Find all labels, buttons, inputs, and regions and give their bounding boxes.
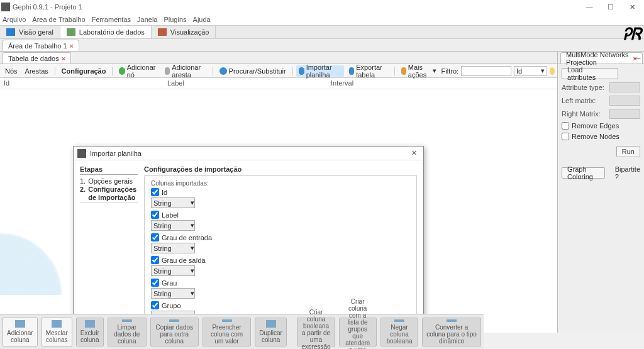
close-icon[interactable]: × <box>70 42 74 50</box>
column-checkbox-grupo[interactable] <box>151 301 159 309</box>
steps-heading: Etapas <box>80 165 138 175</box>
minimize-button[interactable]: — <box>579 0 600 14</box>
merge-columns-button[interactable]: Mesclar colunas <box>42 318 72 346</box>
delete-column-button[interactable]: Excluir coluna <box>76 318 104 346</box>
fill-column-button[interactable]: Preencher coluna com um valor <box>203 318 252 346</box>
edges-tab[interactable]: Arestas <box>23 65 51 77</box>
remove-nodes-checkbox[interactable] <box>562 133 569 140</box>
convert-dynamic-column-button[interactable]: Converter a coluna para o tipo dinâmico <box>422 318 481 346</box>
datalab-icon <box>67 28 75 36</box>
view-visualizacao[interactable]: Visualização <box>152 26 216 38</box>
export-table-button[interactable]: Exportar tabela <box>347 65 391 77</box>
clear-icon <box>122 319 132 322</box>
graph-coloring-button[interactable]: Graph Coloring <box>562 167 605 179</box>
configuracao-button[interactable]: Configuração <box>59 65 109 77</box>
search-icon <box>219 67 227 75</box>
load-attributes-button[interactable]: Load attributes <box>562 68 618 79</box>
right-pane-tabstrip: MultiMode Networks Projection × — <box>558 52 644 64</box>
add-node-button[interactable]: Adicionar nó <box>116 65 160 77</box>
column-label: Label <box>162 211 179 219</box>
nodes-tab[interactable]: Nós <box>3 65 20 77</box>
bipartite-label: Bipartite ? <box>615 165 640 180</box>
add-edge-button[interactable]: Adicionar aresta <box>162 65 209 77</box>
overview-icon <box>6 28 15 36</box>
clear-column-button[interactable]: Limpar dados de coluna <box>108 318 147 346</box>
export-icon <box>349 67 354 75</box>
view-visao-geral[interactable]: Visão geral <box>0 26 60 38</box>
dialog-close-button[interactable]: ✕ <box>408 149 419 157</box>
merge-icon <box>52 320 62 328</box>
remove-edges-label: Remove Edges <box>572 122 619 130</box>
delete-icon <box>85 320 95 328</box>
import-icon <box>299 67 304 75</box>
column-label: Grupo <box>162 302 181 309</box>
attribute-type-select[interactable] <box>609 82 640 92</box>
group-list-regex-column-button[interactable]: Criar coluna com a lista de grupos que a… <box>339 318 377 346</box>
workspace-tab[interactable]: Área de Trabalho 1 × <box>3 40 79 51</box>
column-label: Grau de saída <box>162 257 206 264</box>
import-columns-panel: Colunas importadas: Id String▾ Label Str… <box>144 175 417 320</box>
column-checkbox-id[interactable] <box>151 188 159 196</box>
column-row: Id String▾ <box>151 188 410 208</box>
view-laboratorio-dados[interactable]: Laboratório de dados <box>60 26 152 38</box>
window-titlebar: Gephi 0.9.1 - Projeto 1 — ☐ ✕ <box>0 0 644 14</box>
remove-edges-checkbox[interactable] <box>562 122 569 130</box>
more-actions-button[interactable]: Mais ações ▾ <box>399 65 439 77</box>
menu-ferramentas[interactable]: Ferramentas <box>92 16 131 23</box>
column-type-select[interactable]: String▾ <box>151 288 195 299</box>
column-type-select[interactable]: String▾ <box>151 265 195 276</box>
app-icon <box>77 149 86 158</box>
column-checkbox-label[interactable] <box>151 211 159 219</box>
maximize-button[interactable]: ☐ <box>600 0 621 14</box>
menu-arquivo[interactable]: Arquivo <box>3 16 26 23</box>
bulb-icon[interactable] <box>550 67 555 75</box>
run-button[interactable]: Run <box>616 146 640 157</box>
more-icon <box>401 67 406 75</box>
add-column-icon <box>15 320 25 328</box>
column-checkbox-grau-saida[interactable] <box>151 256 159 264</box>
column-label[interactable]: Label <box>164 78 327 89</box>
left-matrix-select[interactable] <box>609 96 640 106</box>
convert-icon <box>447 319 457 322</box>
view-label: Visão geral <box>19 28 53 36</box>
column-type-select[interactable]: String▾ <box>151 243 195 253</box>
bottom-action-bar: Adicionar coluna Mesclar colunas Excluir… <box>0 314 484 349</box>
column-checkbox-grau[interactable] <box>151 279 159 287</box>
column-id[interactable]: Id <box>0 78 164 89</box>
duplicate-column-button[interactable]: Duplicar coluna <box>255 318 287 346</box>
menu-area-trabalho[interactable]: Área de Trabalho <box>32 16 85 23</box>
copy-column-button[interactable]: Copiar dados para outra coluna <box>150 318 199 346</box>
pane-tab-label: Tabela de dados <box>8 55 59 62</box>
wizard-steps: Etapas 1.Opções gerais 2.Configurações d… <box>80 165 138 202</box>
menu-ajuda[interactable]: Ajuda <box>193 16 211 23</box>
filter-input[interactable] <box>461 66 511 76</box>
dialog-titlebar: Importar planilha ✕ <box>74 147 423 160</box>
import-spreadsheet-button[interactable]: Importar planilha <box>296 65 344 77</box>
menu-plugins[interactable]: Plugins <box>164 16 186 23</box>
view-label: Laboratório de dados <box>79 28 145 36</box>
minimize-panel-button[interactable]: — <box>633 54 641 62</box>
preview-icon <box>158 28 167 36</box>
tab-label: MultiMode Networks Projection <box>566 51 631 66</box>
negate-boolean-column-button[interactable]: Negar coluna booleana <box>380 318 419 346</box>
search-replace-button[interactable]: Procurar/Substituir <box>217 65 289 77</box>
pane-tab-tabela-dados[interactable]: Tabela de dados × <box>3 52 71 64</box>
filter-column-select[interactable]: Id▾ <box>514 66 547 76</box>
chevron-down-icon: ▾ <box>541 67 545 75</box>
menu-bar: Arquivo Área de Trabalho Ferramentas Jan… <box>0 14 644 25</box>
column-checkbox-grau-entrada[interactable] <box>151 233 159 241</box>
add-column-button[interactable]: Adicionar coluna <box>3 318 38 346</box>
column-interval[interactable]: Interval <box>327 78 557 89</box>
plus-icon <box>119 67 125 75</box>
boolean-regex-column-button[interactable]: Criar coluna booleana a partir de uma ex… <box>297 318 335 346</box>
data-toolbar: Nós Arestas Configuração Adicionar nó Ad… <box>0 64 557 78</box>
dialog-title: Importar planilha <box>90 150 408 157</box>
column-label: Grau de entrada <box>162 234 212 241</box>
remove-edges-row: Remove Edges <box>562 122 640 130</box>
menu-janela[interactable]: Janela <box>137 16 157 23</box>
multimode-projection-tab[interactable]: MultiMode Networks Projection × <box>560 52 643 64</box>
right-matrix-select[interactable] <box>609 109 640 119</box>
close-button[interactable]: ✕ <box>621 0 643 14</box>
table-header: Id Label Interval <box>0 78 557 89</box>
close-icon[interactable]: × <box>62 55 65 62</box>
